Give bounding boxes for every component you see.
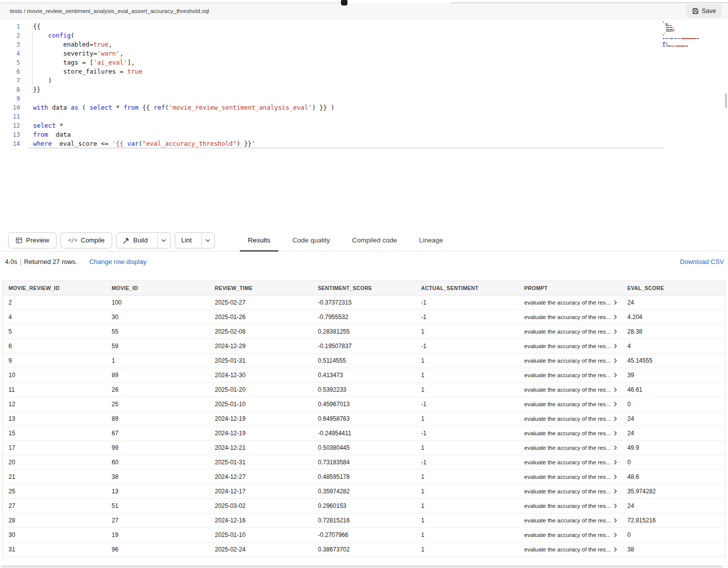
chevron-right-icon[interactable] — [614, 489, 617, 494]
code-line-8[interactable]: 8}} — [0, 85, 728, 94]
change-row-display-link[interactable]: Change row display — [89, 258, 146, 265]
cell-actual-sentiment: -1 — [416, 339, 519, 353]
tab-code-quality[interactable]: Code quality — [281, 229, 341, 251]
chevron-right-icon[interactable] — [614, 547, 617, 552]
table-row[interactable]: 11262025-01-200.53922331evaluate the acc… — [3, 382, 725, 397]
table-row[interactable]: 912025-01-310.51145551evaluate the accur… — [3, 353, 725, 368]
code-line-7[interactable]: 7 ) — [0, 76, 728, 85]
cell-prompt: evaluate the accuracy of the res... — [519, 469, 622, 484]
code-editor[interactable]: 1{{2 config(3 enabled=true,4 severity='w… — [0, 19, 728, 229]
chevron-right-icon[interactable] — [614, 402, 617, 407]
tab-handle — [341, 0, 347, 6]
compile-button[interactable]: </> Compile — [61, 232, 112, 248]
table-row[interactable]: 10892024-12-300.4134731evaluate the accu… — [3, 368, 725, 382]
tab-results[interactable]: Results — [237, 229, 281, 251]
build-button[interactable]: Build — [117, 233, 154, 248]
code-line-11[interactable]: 11 — [0, 112, 728, 121]
cell-movie-id: 13 — [106, 484, 209, 498]
chevron-right-icon[interactable] — [614, 532, 617, 537]
cell-movie-id: 25 — [106, 397, 209, 411]
results-tabs: ResultsCode qualityCompiled codeLineage — [237, 229, 454, 251]
editor-scrollbar[interactable] — [724, 19, 728, 229]
table-row[interactable]: 28272024-12-160.728152161evaluate the ac… — [3, 513, 725, 527]
code-line-12[interactable]: 12select * — [0, 121, 728, 130]
cell-movie-review-id: 6 — [3, 339, 106, 353]
chevron-right-icon[interactable] — [614, 416, 617, 421]
line-number: 14 — [0, 139, 20, 148]
cell-movie-review-id: 28 — [3, 513, 106, 527]
code-line-1[interactable]: 1{{ — [0, 22, 728, 31]
compile-button-label: Compile — [81, 236, 105, 244]
table-row[interactable]: 17992024-12-210.503804451evaluate the ac… — [3, 440, 725, 455]
chevron-right-icon[interactable] — [614, 373, 617, 378]
tab-lineage[interactable]: Lineage — [408, 229, 454, 251]
column-header-prompt: PROMPT — [519, 281, 622, 295]
table-row[interactable]: 5552025-02-080.283812551evaluate the acc… — [3, 324, 725, 339]
cell-actual-sentiment: -1 — [416, 310, 519, 324]
chevron-right-icon[interactable] — [614, 344, 617, 349]
code-line-2[interactable]: 2 config( — [0, 31, 728, 40]
line-number: 2 — [0, 31, 20, 40]
code-lines: 1{{2 config(3 enabled=true,4 severity='w… — [0, 19, 728, 148]
download-csv-link[interactable]: Download CSV — [680, 258, 724, 265]
minimap[interactable] — [663, 22, 719, 48]
code-line-4[interactable]: 4 severity='warn', — [0, 49, 728, 58]
code-line-10[interactable]: 10with data as ( select * from {{ ref('m… — [0, 103, 728, 112]
status-separator: | — [20, 258, 22, 265]
cell-movie-id: 26 — [106, 382, 209, 397]
code-line-5[interactable]: 5 tags = ['ai_eval'], — [0, 58, 728, 67]
chevron-right-icon[interactable] — [614, 431, 617, 436]
cell-eval-score: 24 — [622, 411, 725, 426]
code-line-14[interactable]: 14where eval_score <= '{{ var("eval_accu… — [0, 139, 728, 148]
chevron-right-icon[interactable] — [614, 445, 617, 450]
horizontal-scrollbar[interactable] — [0, 565, 728, 568]
table-row[interactable]: 15672024-12-19-0.24954411-1evaluate the … — [3, 426, 725, 440]
chevron-right-icon[interactable] — [614, 300, 617, 305]
chevron-right-icon[interactable] — [614, 315, 617, 320]
table-row[interactable]: 4302025-01-26-0.7955532-1evaluate the ac… — [3, 310, 725, 324]
cell-prompt: evaluate the accuracy of the res... — [519, 310, 622, 324]
cell-sentiment-score: 0.48595178 — [312, 469, 416, 484]
table-row[interactable]: 27512025-03-020.29601531evaluate the acc… — [3, 498, 725, 513]
table-row[interactable]: 25132024-12-170.359742821evaluate the ac… — [3, 484, 725, 498]
table-row[interactable]: 13892024-12-190.649587631evaluate the ac… — [3, 411, 725, 426]
results-table: MOVIE_REVIEW_IDMOVIE_IDREVIEW_TIMESENTIM… — [3, 281, 725, 557]
table-row[interactable]: 12252025-01-100.45967013-1evaluate the a… — [3, 397, 725, 411]
lint-button[interactable]: Lint — [175, 233, 198, 248]
build-dropdown-button[interactable] — [157, 233, 170, 248]
cell-sentiment-score: 0.2960153 — [312, 498, 416, 513]
chevron-right-icon[interactable] — [614, 460, 617, 465]
tab-compiled-code[interactable]: Compiled code — [341, 229, 408, 251]
table-row[interactable]: 30192025-01-10-0.27079661evaluate the ac… — [3, 527, 725, 542]
cell-movie-id: 1 — [106, 353, 209, 368]
lint-dropdown-button[interactable] — [201, 233, 214, 248]
cell-sentiment-score: 0.38673702 — [312, 542, 416, 556]
chevron-right-icon[interactable] — [614, 387, 617, 392]
code-line-9[interactable]: 9 — [0, 94, 728, 103]
table-row[interactable]: 31962025-02-240.386737021evaluate the ac… — [3, 542, 725, 556]
code-text: config( — [33, 31, 75, 40]
cell-review-time: 2025-01-20 — [209, 382, 312, 397]
table-row[interactable]: 6592024-12-29-0.19507837-1evaluate the a… — [3, 339, 725, 353]
chevron-right-icon[interactable] — [614, 474, 617, 479]
cell-movie-review-id: 15 — [3, 426, 106, 440]
scrollbar-thumb[interactable] — [725, 93, 727, 108]
cell-movie-id: 30 — [106, 310, 209, 324]
table-row[interactable]: 20602025-01-310.73183584-1evaluate the a… — [3, 455, 725, 469]
chevron-right-icon[interactable] — [614, 503, 617, 508]
save-button[interactable]: Save — [686, 4, 722, 18]
save-button-label: Save — [702, 8, 716, 15]
horizontal-scrollbar-thumb[interactable] — [1, 565, 722, 567]
chevron-right-icon[interactable] — [614, 329, 617, 334]
code-line-13[interactable]: 13from data — [0, 130, 728, 139]
table-row[interactable]: 21002025-02-27-0.37372315-1evaluate the … — [3, 295, 725, 310]
chevron-right-icon[interactable] — [614, 358, 617, 363]
chevron-right-icon[interactable] — [614, 518, 617, 523]
code-line-3[interactable]: 3 enabled=true, — [0, 40, 728, 49]
cell-actual-sentiment: 1 — [416, 542, 519, 556]
code-line-6[interactable]: 6 store_failures = true — [0, 67, 728, 76]
table-row[interactable]: 21382024-12-270.485951781evaluate the ac… — [3, 469, 725, 484]
cell-eval-score: 4 — [622, 339, 725, 353]
build-split-button: Build — [116, 232, 171, 248]
preview-button[interactable]: Preview — [8, 232, 57, 248]
